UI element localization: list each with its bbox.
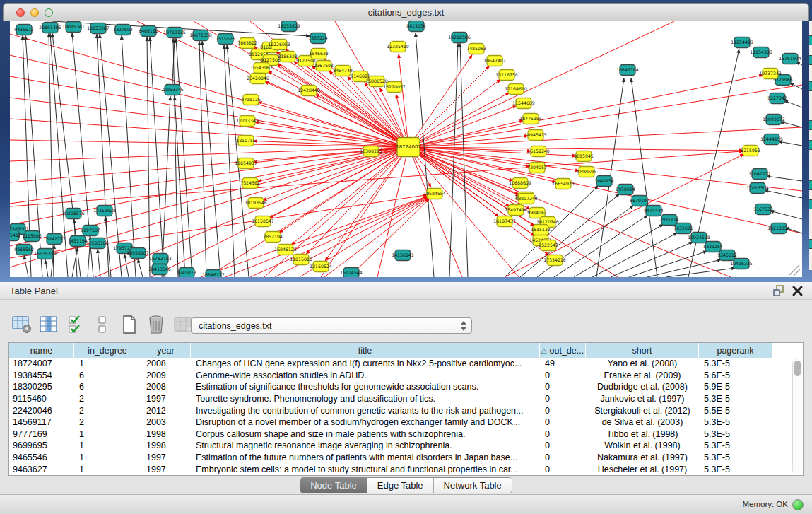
show-columns-icon[interactable] [38,313,59,336]
graph-node-label: 1810755 [236,138,256,143]
table-row[interactable]: 977716911998Corpus callosum shape and si… [9,428,793,440]
column-header-title[interactable]: title [191,343,540,358]
graph-node-label: 7485083 [466,46,486,51]
tab-node-table[interactable]: Node Table [300,478,367,493]
create-column-icon[interactable] [119,313,140,336]
sliver-node [809,199,812,209]
cell-title: Estimation of the future numbers of pati… [191,452,540,462]
table-select-dropdown[interactable]: citations_edges.txt [191,317,472,334]
table-row[interactable]: 946554611997Estimation of the future num… [9,452,793,464]
column-header-in_degree[interactable]: in_degree [74,343,141,358]
graph-edge [150,37,164,277]
edge-arrowhead [24,35,28,40]
graph-node-label: 9984067 [527,210,547,215]
table-row[interactable]: 911546021997Tourette syndrome. Phenomeno… [9,393,793,405]
graph-node-label: 7204057 [527,165,547,170]
cell-pagerank: 5.3E-5 [699,429,772,439]
graph-edge [460,43,468,277]
table-header-row: namein_degreeyeartitle△out_de...shortpag… [9,343,803,358]
graph-node-label: 16120746 [536,219,559,224]
graph-node-label: 8215958 [741,148,760,153]
sliver-node [809,140,812,150]
edge-arrowhead [198,41,201,45]
table-row[interactable]: 1872400712008Changes of HCN gene express… [9,358,793,370]
vertical-scrollbar[interactable] [792,358,802,474]
memory-ok-led-icon[interactable] [792,499,804,510]
edge-arrowhead [120,35,124,40]
table-row[interactable]: 969969511998Structural magnetic resonanc… [9,440,793,452]
graph-node-label: 7852194 [263,234,283,239]
table-row[interactable]: 1830029562008Estimation of significance … [9,381,793,393]
graph-node-label: 16846125 [274,247,297,252]
table-mode-icon[interactable] [11,313,33,336]
tab-edge-table[interactable]: Edge Table [367,478,434,493]
graph-node-label: 8186328 [278,54,298,59]
graph-node-label: 1640954 [594,178,614,183]
cell-in_degree: 2 [74,394,141,404]
cell-year: 1998 [141,429,191,439]
graph-node-label: 19095341 [62,24,85,29]
cell-in_degree: 1 [74,452,141,462]
edge-arrowhead [223,45,226,49]
graph-node-label: 17016504 [746,185,769,190]
graph-node-label: 8454749 [333,68,353,73]
graph-node-label: 18226058 [268,42,290,47]
graph-node-label: 7663822 [237,40,257,45]
edge-arrowhead [397,54,401,58]
close-panel-icon[interactable] [792,285,804,297]
table-row[interactable]: 1938455462009Genome-wide association stu… [9,370,793,382]
graph-edge [592,233,678,277]
cell-pagerank: 5.5E-5 [699,406,772,416]
scrollbar-thumb[interactable] [794,361,801,376]
graph-edge [10,147,408,161]
graph-node-label: 7357224 [308,35,328,40]
node-table: namein_degreeyeartitle△out_de...shortpag… [8,342,804,476]
table-row[interactable]: 2242004622012Investigating the contribut… [9,404,793,416]
column-header-pagerank[interactable]: pagerank [699,343,772,358]
cell-short: Jankovic et al. (1997) [586,394,699,404]
graph-edge [789,265,799,275]
graph-edge [324,198,429,277]
cell-short: Tibbo et al. (1998) [586,429,699,439]
graph-node-label: 10193546 [245,200,267,205]
graph-node-label: 8898695 [577,169,596,174]
graph-node-label: 9895945 [574,153,594,158]
deselect-all-icon[interactable] [92,313,113,336]
cell-pagerank: 5.3E-5 [699,465,772,474]
cell-name: 18300295 [9,382,74,392]
cell-title: Investigating the contribution of common… [191,406,540,416]
table-row[interactable]: 946362711997Embryonic stem cells: a mode… [9,463,793,475]
network-window-titlebar[interactable]: citations_edges.txt [3,3,809,21]
column-header-year[interactable]: year [141,343,191,358]
cell-title: Estimation of significance thresholds fo… [191,382,540,392]
cell-short: Stergiakouli et al. (2012) [586,406,699,416]
table-row[interactable]: 1456911722003Disruption of a novel membe… [9,416,793,428]
cell-out_degree: 49 [540,358,586,368]
graph-node-label: 16135339 [34,251,57,256]
column-header-name[interactable]: name [9,343,74,358]
graph-node-label: 18807249 [515,196,538,201]
column-header-short[interactable]: short [586,343,699,358]
graph-node-label: 20413546 [148,267,171,271]
graph-edge [408,66,490,147]
select-all-icon[interactable] [65,313,86,336]
graph-node-label: 1546623 [309,51,329,56]
cell-in_degree: 2 [74,406,141,416]
network-canvas[interactable]: 9435572206914061909534110653287132760264… [10,21,802,277]
edge-arrowhead [201,41,204,45]
delete-column-icon[interactable] [146,313,167,336]
cell-short: Franke et al. (2009) [586,370,699,380]
column-header-out_degree[interactable]: △out_de... [540,343,586,358]
graph-node-label: 9245012 [717,252,737,257]
graph-edge [147,37,150,277]
graph-node-label: 19737343 [759,71,782,76]
network-graph[interactable]: 9435572206914061909534110653287132760264… [10,21,802,277]
graph-edge [408,85,802,147]
graph-node-label: 14671358 [189,33,212,37]
graph-edge [257,147,408,182]
tab-network-table[interactable]: Network Table [434,478,512,493]
graph-node-label: 2718126 [241,97,261,102]
float-panel-icon[interactable] [773,285,785,297]
cell-short: Yano et al. (2008) [586,358,699,368]
graph-node-label: 10719135 [163,30,186,35]
